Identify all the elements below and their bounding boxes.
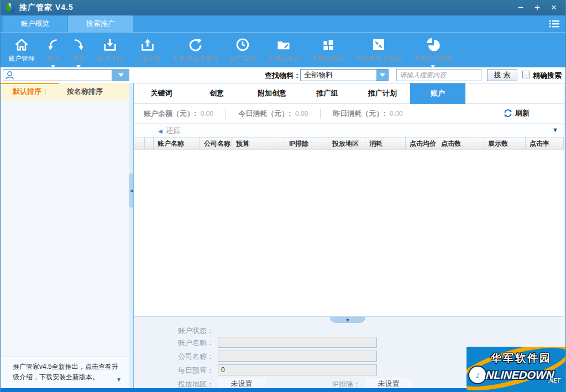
table-column-header-company-name[interactable]: 公司名称 <box>200 137 232 150</box>
exact-search-label: 精确搜索 <box>533 71 562 81</box>
restore-left-arrow-icon: ◀ <box>158 128 163 134</box>
clock-icon <box>235 36 250 53</box>
restore-row: ◀ 还原 ▼ <box>134 124 564 137</box>
toolbar-stats-report[interactable]: 查看统计报告 <box>407 36 458 70</box>
tab-campaigns[interactable]: 推广计划 <box>355 83 410 104</box>
grid-icon <box>321 36 335 53</box>
sidebar-search-input[interactable] <box>14 70 112 80</box>
nav-strip: 账户概览 搜索推广 <box>1 15 565 32</box>
account-name-label: 账户名称： <box>156 338 214 348</box>
table-column-header-region[interactable]: 投放地区 <box>328 137 365 150</box>
maximize-button[interactable]: + <box>529 1 546 15</box>
company-name-label: 公司名称： <box>156 352 214 362</box>
table-header: 账户名称 公司名称 预算 IP排除 投放地区 消耗 点击均价 点击数 展示数 点… <box>134 137 564 150</box>
notice-expand-icon[interactable]: ▼ <box>116 375 122 384</box>
toolbar: 账户管理 导入 导出 账户下载 上传更新 <box>1 32 565 67</box>
table-column-header-budget[interactable]: 预算 <box>232 137 285 150</box>
sort-default-tab[interactable]: 默认排序 ↑ <box>13 87 47 97</box>
stat-yesterday-spend: 昨日消耗（元）: 0.00 <box>333 108 402 119</box>
chevron-down-icon: ▼ <box>345 317 350 323</box>
material-select[interactable]: 全部物料 <box>300 69 389 81</box>
material-select-value: 全部物料 <box>301 70 376 80</box>
table-column-header-account-name[interactable]: 账户名称 <box>154 137 200 150</box>
account-list[interactable] <box>1 100 129 357</box>
app-window: 推广管家 V4.5 − + × 账户概览 搜索推广 账户管理 <box>0 0 566 392</box>
restore-button[interactable]: ◀ 还原 <box>158 126 180 136</box>
app-logo-icon <box>6 3 15 13</box>
table-column-header-clicks[interactable]: 点击数 <box>437 137 484 150</box>
account-name-field <box>218 337 377 348</box>
panel-collapse-icon[interactable]: ▼ <box>552 126 558 133</box>
table-column-header-avg-cpc[interactable]: 点击均价 <box>406 137 437 150</box>
tab-creatives[interactable]: 创意 <box>189 83 244 104</box>
refresh-icon <box>187 36 203 53</box>
account-status-label: 账户状态： <box>156 326 214 336</box>
ip-exclude-value[interactable]: 未设置 <box>365 378 412 389</box>
chevron-down-icon <box>380 73 385 80</box>
detail-collapse-tab[interactable]: ▼ <box>330 316 365 323</box>
table-column-header[interactable] <box>134 137 145 150</box>
tab-extra-creatives[interactable]: 附加创意 <box>244 83 300 104</box>
pie-icon <box>425 36 441 53</box>
upgrade-notice[interactable]: 推广管家v4.5全新推出，点击查看升级介绍，下载安装全新版本。 ▼ <box>1 357 129 388</box>
watermark: 华军软件园 ↓ NLINEDOWN .NET <box>467 347 565 392</box>
toolbar-upload-update[interactable]: 上传更新 <box>129 36 166 63</box>
toolbar-import[interactable]: 导入 <box>40 36 66 70</box>
find-material-label: 查找物料： <box>265 71 301 81</box>
material-select-button[interactable] <box>376 70 388 81</box>
splitter[interactable] <box>129 83 133 388</box>
upgrade-notice-text: 推广管家v4.5全新推出，点击查看升级介绍，下载安装全新版本。 <box>13 363 118 381</box>
search-input[interactable] <box>396 69 481 81</box>
exact-search-checkbox[interactable] <box>522 71 530 78</box>
toolbar-export[interactable]: 导出 <box>66 36 91 70</box>
sidebar-search-dropdown-button[interactable] <box>112 69 129 81</box>
material-tabs: 关键词 创意 附加创意 推广组 推广计划 账户 <box>134 83 564 104</box>
main-panel: 关键词 创意 附加创意 推广组 推广计划 账户 账户余额（元）: 0.00 今日… <box>133 83 564 388</box>
sort-by-name-tab[interactable]: 按名称排序 <box>67 87 103 97</box>
divider <box>226 109 226 119</box>
toolbar-account-download[interactable]: 账户下载 <box>91 36 129 63</box>
tab-accounts[interactable]: 账户 <box>410 83 465 104</box>
stat-balance: 账户余额（元）: 0.00 <box>144 108 213 119</box>
upload-icon <box>140 36 155 53</box>
watermark-en-text: NLINEDOWN <box>485 369 554 382</box>
close-button[interactable]: × <box>546 1 562 15</box>
watermark-net-text: .NET <box>548 378 560 384</box>
table-body[interactable] <box>134 151 564 316</box>
stat-today-spend: 今日消耗（元）: 0.00 <box>238 108 308 119</box>
title-bar: 推广管家 V4.5 − + × <box>1 0 565 15</box>
region-value[interactable]: 未设置 <box>218 378 265 389</box>
table-column-header-impressions[interactable]: 展示数 <box>484 137 526 150</box>
sidebar-search-box[interactable] <box>3 69 112 81</box>
refresh-button[interactable]: 刷新 <box>504 108 530 118</box>
divider <box>320 109 321 119</box>
person-icon <box>5 71 14 80</box>
import-icon <box>46 36 60 53</box>
nav-tab-account-overview[interactable]: 账户概览 <box>3 15 67 32</box>
table-column-header-spend[interactable]: 消耗 <box>365 137 406 150</box>
toolbar-keyword-group[interactable]: 关键词分组 <box>306 36 350 63</box>
toolbar-live-status[interactable]: 推广实况 <box>224 36 261 63</box>
toolbar-account-manage[interactable]: 账户管理 <box>3 36 40 63</box>
sidebar-sort-bar: 默认排序 ↑ 按名称排序 <box>1 83 129 99</box>
toolbar-keyword-recommend[interactable]: 关键词推荐 <box>261 36 306 63</box>
watermark-o-logo-icon: ↓ <box>469 367 486 383</box>
search-button[interactable]: 搜 索 <box>487 69 517 81</box>
home-icon <box>14 36 29 53</box>
tab-keywords[interactable]: 关键词 <box>134 83 189 104</box>
folder-icon <box>276 36 291 53</box>
minimize-button[interactable]: − <box>512 1 529 15</box>
filter-row: 查找物料： 全部物料 搜 索 精确搜索 <box>1 67 565 83</box>
watermark-cn-text: 华军软件园 <box>491 351 552 365</box>
table-column-header[interactable] <box>145 137 154 150</box>
table-column-header-ctr[interactable]: 点击率 <box>526 137 564 150</box>
toolbar-update-quality[interactable]: 更新状态质量度 <box>166 36 224 63</box>
menu-icon[interactable] <box>548 19 560 30</box>
sort-up-arrow-icon: ↑ <box>44 87 48 96</box>
window-title: 推广管家 V4.5 <box>19 3 74 13</box>
table-column-header-ip-exclude[interactable]: IP排除 <box>285 137 328 150</box>
daily-budget-field[interactable] <box>218 364 377 375</box>
nav-tab-search-promotion[interactable]: 搜索推广 <box>68 15 133 32</box>
toolbar-find-duplicates[interactable]: 查找重复关键词 <box>350 36 407 63</box>
tab-ad-groups[interactable]: 推广组 <box>300 83 355 104</box>
